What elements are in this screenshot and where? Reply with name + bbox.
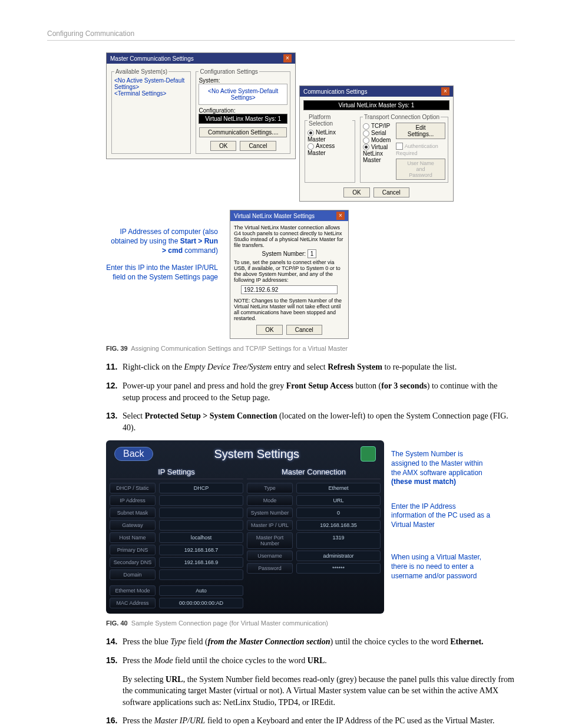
label: Master Port Number [247,532,293,549]
radio-row[interactable]: Modem [363,137,394,144]
sysnum-input[interactable]: 1 [308,249,317,258]
label: DHCP / Static [110,483,156,493]
userpass-button: User Name and Password [396,159,445,180]
label: Type [247,483,293,493]
radio-row[interactable]: Virtual NetLinx Master [363,144,394,164]
dns2-field[interactable]: 192.168.168.9 [159,557,243,568]
system-box: <No Active System-Default Settings> [199,84,287,105]
radio-row[interactable]: NetLinx Master [308,129,352,143]
back-button[interactable]: Back [114,447,153,461]
fs-legend: Platform Selection [308,114,352,127]
masterport-field[interactable]: 1319 [296,532,381,549]
dns1-field[interactable]: 192.168.168.7 [159,545,243,555]
dlg-title-text: Virtual NetLinx Master Settings [234,213,315,219]
dlg-title-text: Communication Settings [303,88,367,95]
item[interactable]: <Terminal Settings> [114,90,188,97]
label: Mode [247,495,293,506]
black-bar: Virtual NetLinx Master Sys: 1 [303,100,449,110]
fig-caption: FIG. 40 Sample System Connection page (f… [106,620,515,627]
dlg-comm-settings: Communication Settings × Virtual NetLinx… [299,85,454,202]
note: NOTE: Changes to the System Number of th… [234,298,345,321]
step-text: Power-up your panel and press and hold t… [123,380,515,403]
step-text: Press the blue Type field (from the Mast… [123,636,484,648]
label: Domain [110,569,156,580]
col-header: IP Settings [110,467,243,479]
dlg-title: Communication Settings × [300,86,453,97]
step-text: Press the Mode field until the choice cy… [123,655,327,667]
ok-button[interactable]: OK [256,325,282,335]
label: Host Name [110,532,156,543]
step-num: 13. [106,410,123,433]
step-num: 11. [106,361,123,373]
domain-field[interactable] [159,569,243,580]
dlg-title: Master Communication Settings × [107,53,295,64]
close-icon[interactable]: × [336,212,345,220]
dlg-virtual-master: Virtual NetLinx Master Settings × The Vi… [230,210,349,339]
fs-legend: Configuration Settings [199,68,259,75]
lbl: System: [199,77,287,84]
step-text: Press the Master IP/URL field to open a … [123,715,494,727]
auth-check[interactable]: Authentication Required [396,143,445,156]
label: Username [247,551,293,561]
mode-field[interactable]: URL [296,495,381,506]
panel-title: System Settings [214,447,300,461]
username-field[interactable]: administrator [296,551,381,561]
step-text: Right-click on the Empty Device Tree/Sys… [123,361,457,373]
page-header: Configuring Communication [47,29,515,41]
label: Primary DNS [110,545,156,555]
label: Gateway [110,520,156,531]
step-num: 12. [106,380,123,403]
close-icon[interactable]: × [283,54,292,62]
radio-row[interactable]: Axcess Master [308,143,352,156]
radio-row[interactable]: TCP/IP [363,123,394,130]
step-num: 14. [106,636,123,648]
step-num: 15. [106,655,123,667]
label: Secondary DNS [110,557,156,568]
label: Password [247,563,293,574]
ok-button[interactable]: OK [210,141,236,151]
ip-field[interactable] [159,495,243,506]
desc: The Virtual NetLinx Master connection al… [234,225,345,248]
cancel-button[interactable]: Cancel [373,187,409,197]
label: System Number [247,508,293,518]
step-continuation: By selecting URL, the System Number fiel… [123,674,515,709]
dlg-title-text: Master Communication Settings [110,55,194,62]
subnet-field[interactable] [159,508,243,518]
annotation: IP Addresses of computer (also obtained … [106,210,218,282]
step-num: 16. [106,715,123,727]
mac-field: 00:00:00:00:00:AD [159,598,243,608]
close-icon[interactable]: × [441,87,449,95]
label: Subnet Mask [110,508,156,518]
label: IP Address [110,495,156,506]
dlg-master-comm: Master Communication Settings × Availabl… [106,52,296,159]
fig-caption: FIG. 39 Assigning Communication Settings… [106,345,515,352]
cancel-button[interactable]: Cancel [286,325,322,335]
lock-icon[interactable] [361,446,376,462]
label: Ethernet Mode [110,585,156,596]
gateway-field[interactable] [159,520,243,531]
annotation-right: The System Number is assigned to the Mas… [391,440,491,581]
sysnum-row: System Number: 1 [234,251,345,257]
ethmode-field[interactable]: Auto [159,585,243,596]
lbl: Configuration: [199,107,287,114]
item[interactable]: <No Active System-Default Settings> [114,77,188,90]
config-box: Virtual NetLinx Master Sys: 1 [199,114,287,124]
desc2: To use, set the panels to connect either… [234,259,345,283]
hostname-field[interactable]: localhost [159,532,243,543]
step-text: Select Protected Setup > System Connecti… [123,410,515,433]
system-settings-panel: Back System Settings IP Settings DHCP / … [106,440,384,614]
edit-settings-button[interactable]: Edit Settings... [396,123,445,139]
fs-legend: Available System(s) [114,68,168,75]
type-field[interactable]: Ethernet [296,483,381,493]
col-header: Master Connection [247,467,381,479]
radio-row[interactable]: Serial [363,130,394,137]
masterip-field[interactable]: 192.168.168.35 [296,520,381,531]
comm-settings-button[interactable]: Communication Settings.... [199,127,287,137]
label: Master IP / URL [247,520,293,531]
dhcp-field[interactable]: DHCP [159,483,243,493]
password-field[interactable]: ****** [296,563,381,574]
dlg-title: Virtual NetLinx Master Settings × [230,210,348,221]
cancel-button[interactable]: Cancel [240,141,276,151]
ok-button[interactable]: OK [343,187,369,197]
sysnum-field[interactable]: 0 [296,508,381,518]
